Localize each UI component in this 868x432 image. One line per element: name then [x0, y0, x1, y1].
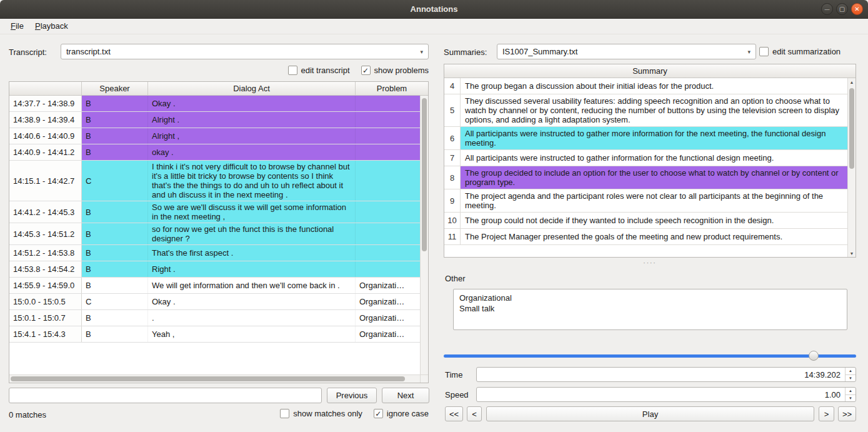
- summary-text: The project agenda and the participant r…: [461, 189, 847, 212]
- show-matches-only-checkbox[interactable]: show matches only: [280, 409, 362, 418]
- table-row[interactable]: 14:53.8 - 14:54.2 B Right .: [9, 261, 420, 278]
- fast-forward-button[interactable]: >>: [838, 406, 856, 421]
- title-bar[interactable]: Annotations — ▢ ✕: [0, 0, 868, 19]
- speaker-cell: B: [82, 96, 148, 111]
- close-icon: ✕: [854, 6, 859, 13]
- edit-summarization-label: edit summarization: [772, 47, 841, 56]
- spin-up-icon: ▲: [849, 389, 852, 393]
- dialog-act-cell: Alright .: [148, 112, 356, 128]
- table-row[interactable]: 15:0.1 - 15:0.7 B . Organizati…: [9, 310, 420, 326]
- spin-down-button[interactable]: ▼: [846, 394, 856, 402]
- summary-table-header[interactable]: Summary: [444, 64, 856, 78]
- maximize-button[interactable]: ▢: [836, 3, 848, 15]
- row-number: 10: [444, 213, 461, 228]
- playback-position-slider[interactable]: [444, 351, 856, 361]
- minimize-button[interactable]: —: [821, 3, 833, 15]
- spin-up-button[interactable]: ▲: [846, 388, 856, 394]
- list-item[interactable]: 7 All participants were instructed to ga…: [444, 150, 847, 166]
- table-row[interactable]: 15:0.0 - 15:0.5 C Okay . Organizati…: [9, 294, 420, 310]
- speaker-cell: B: [82, 245, 148, 261]
- transcript-table-header: Speaker Dialog Act Problem: [9, 82, 428, 96]
- list-item[interactable]: 5 They discussed several usability featu…: [444, 94, 847, 127]
- menu-bar: File Playback: [0, 19, 868, 34]
- show-problems-checkbox[interactable]: ✓ show problems: [361, 66, 429, 75]
- step-forward-button[interactable]: >: [819, 406, 834, 421]
- problem-cell: [356, 245, 420, 261]
- transcript-table: Speaker Dialog Act Problem 14:37.7 - 14:…: [9, 81, 429, 383]
- previous-button[interactable]: Previous: [327, 388, 377, 403]
- time-range-cell: 14:41.2 - 14:45.3: [9, 201, 82, 223]
- ignore-case-label: ignore case: [387, 409, 429, 418]
- scroll-up-icon[interactable]: ▲: [848, 78, 856, 86]
- list-item[interactable]: 8 The group decided to include an option…: [444, 166, 847, 189]
- time-spinbox[interactable]: 14:39.202 ▲ ▼: [476, 367, 856, 382]
- splitter-handle[interactable]: ····: [444, 259, 856, 266]
- checkbox-box: [280, 409, 289, 418]
- speaker-cell: B: [82, 112, 148, 128]
- other-line: Organizational: [459, 293, 841, 303]
- problem-cell: [356, 128, 420, 144]
- transcript-vertical-scrollbar[interactable]: [420, 96, 428, 374]
- slider-track[interactable]: [444, 354, 856, 358]
- transcript-file-select[interactable]: transcript.txt ▾: [61, 44, 429, 59]
- menu-file[interactable]: File: [5, 19, 29, 34]
- dialog-act-cell: I think i it's not very difficult to to …: [148, 161, 356, 201]
- problem-cell: [356, 261, 420, 277]
- summary-file-select[interactable]: IS1007_Summary.txt ▾: [497, 44, 756, 59]
- table-row[interactable]: 14:55.9 - 14:59.0 B We will get informat…: [9, 278, 420, 294]
- menu-playback[interactable]: Playback: [29, 19, 74, 34]
- summary-vertical-scrollbar[interactable]: ▲ ▼: [847, 78, 856, 257]
- table-row[interactable]: 14:45.3 - 14:51.2 B so for now we get uh…: [9, 223, 420, 245]
- search-input[interactable]: [9, 388, 322, 403]
- summary-text: The group could not decide if they wante…: [461, 213, 847, 228]
- list-item[interactable]: 11 The Project Manager presented the goa…: [444, 229, 847, 245]
- table-row[interactable]: 15:4.1 - 15:4.3 B Yeah , Organizati…: [9, 326, 420, 343]
- edit-transcript-checkbox[interactable]: edit transcript: [288, 66, 350, 75]
- table-row[interactable]: 14:40.6 - 14:40.9 B Alright ,: [9, 128, 420, 144]
- col-header-time[interactable]: [9, 82, 82, 95]
- search-options: show matches only ✓ ignore case: [187, 409, 429, 418]
- minimize-icon: —: [825, 7, 830, 12]
- table-row[interactable]: 14:37.7 - 14:38.9 B Okay .: [9, 96, 420, 112]
- time-range-cell: 14:38.9 - 14:39.4: [9, 112, 82, 128]
- other-textarea[interactable]: Organizational Small talk: [453, 289, 847, 330]
- list-item[interactable]: 10 The group could not decide if they wa…: [444, 213, 847, 229]
- scrollbar-thumb[interactable]: [422, 98, 427, 251]
- step-back-button[interactable]: <: [467, 406, 482, 421]
- next-button[interactable]: Next: [382, 388, 429, 403]
- scrollbar-thumb[interactable]: [849, 88, 854, 169]
- table-row[interactable]: 14:51.2 - 14:53.8 B That's the first asp…: [9, 245, 420, 261]
- transcript-horizontal-scrollbar[interactable]: [9, 374, 420, 383]
- show-problems-label: show problems: [374, 66, 429, 75]
- list-item[interactable]: 6 All participants were instructed to ga…: [444, 127, 847, 150]
- dialog-act-cell: Alright ,: [148, 128, 356, 144]
- spin-down-button[interactable]: ▼: [846, 374, 856, 382]
- scrollbar-thumb[interactable]: [11, 376, 405, 381]
- play-button[interactable]: Play: [486, 406, 814, 421]
- speaker-cell: B: [82, 201, 148, 223]
- col-header-problem[interactable]: Problem: [356, 82, 428, 95]
- table-row[interactable]: 14:40.9 - 14:41.2 B okay .: [9, 144, 420, 161]
- slider-handle[interactable]: [809, 351, 819, 361]
- spin-down-icon: ▼: [849, 376, 852, 380]
- table-row[interactable]: 14:41.2 - 14:45.3 B So we are we'll disc…: [9, 201, 420, 223]
- problem-cell: [356, 161, 420, 201]
- summary-text: The group began a discussion about their…: [461, 78, 847, 94]
- other-label: Other: [445, 274, 466, 283]
- scroll-down-icon[interactable]: ▼: [848, 249, 856, 257]
- table-row[interactable]: 14:15.1 - 14:42.7 C I think i it's not v…: [9, 161, 420, 201]
- spin-up-button[interactable]: ▲: [846, 368, 856, 374]
- close-button[interactable]: ✕: [851, 3, 863, 15]
- edit-summarization-checkbox[interactable]: edit summarization: [759, 47, 841, 56]
- list-item[interactable]: 9 The project agenda and the participant…: [444, 189, 847, 213]
- speaker-cell: B: [82, 326, 148, 342]
- ignore-case-checkbox[interactable]: ✓ ignore case: [374, 409, 429, 418]
- list-item[interactable]: 4 The group began a discussion about the…: [444, 78, 847, 94]
- step-forward-icon: >: [824, 409, 829, 419]
- rewind-button[interactable]: <<: [445, 406, 463, 421]
- spin-up-icon: ▲: [849, 369, 852, 373]
- col-header-dialog-act[interactable]: Dialog Act: [148, 82, 356, 95]
- col-header-speaker[interactable]: Speaker: [82, 82, 148, 95]
- speed-spinbox[interactable]: 1.00 ▲ ▼: [476, 387, 856, 402]
- table-row[interactable]: 14:38.9 - 14:39.4 B Alright .: [9, 112, 420, 128]
